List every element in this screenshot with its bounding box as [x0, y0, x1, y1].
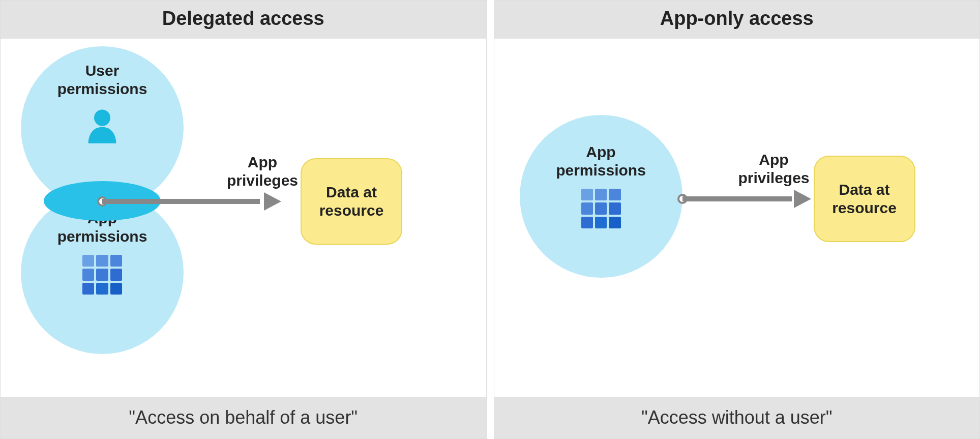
app-permissions-label-right: App permissions: [556, 143, 646, 180]
arrow-line: [682, 196, 792, 201]
delegated-access-panel: Delegated access User permissions A: [0, 0, 487, 439]
arrow-label-right: App privileges: [738, 151, 809, 187]
grid-icon: [581, 189, 621, 228]
panel-footer-right: "Access without a user": [494, 397, 980, 438]
arrow-line: [102, 199, 260, 204]
resource-box-left: Data at resource: [301, 158, 402, 245]
resource-box-right: Data at resource: [814, 156, 915, 242]
diagram-container: Delegated access User permissions A: [0, 0, 980, 439]
arrow-label-left: App privileges: [227, 153, 298, 190]
panel-body-right: App permissions App privileges: [494, 39, 980, 397]
panel-title-right: App-only access: [494, 1, 980, 39]
panel-divider: [487, 0, 494, 439]
grid-icon: [82, 255, 122, 295]
panel-title-left: Delegated access: [1, 1, 486, 39]
svg-point-0: [94, 110, 110, 126]
panel-footer-left: "Access on behalf of a user": [1, 397, 486, 438]
arrow-head-icon: [794, 190, 811, 208]
app-only-access-panel: App-only access App permissions App priv: [494, 0, 981, 439]
user-icon: [84, 107, 120, 150]
panel-body-left: User permissions App permissions: [1, 39, 486, 397]
arrow-head-icon: [264, 192, 281, 211]
app-permissions-circle-right: App permissions: [520, 115, 682, 278]
user-permissions-label: User permissions: [57, 62, 147, 98]
